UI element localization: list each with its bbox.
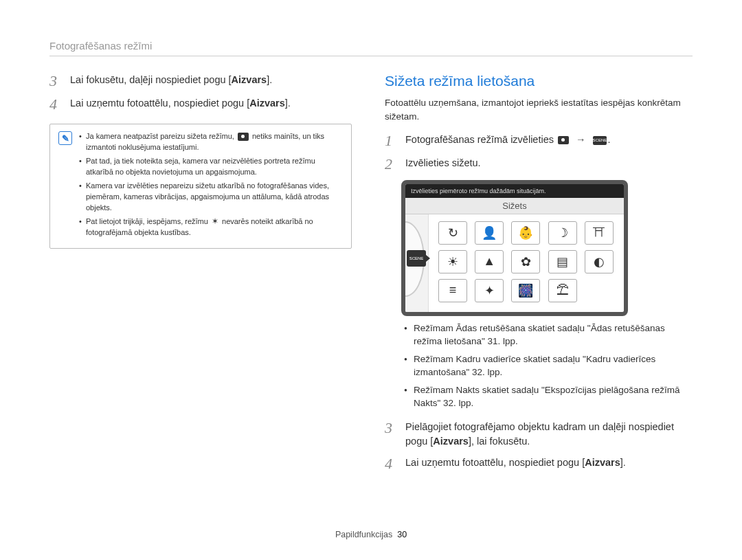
scene-option[interactable]: ◐ [585, 250, 614, 273]
scene-option[interactable]: 👶 [511, 221, 540, 245]
scene-option[interactable]: ▲ [475, 250, 504, 273]
tripod-icon [212, 217, 218, 227]
step-number: 3 [385, 420, 397, 449]
scene-option[interactable]: ☽ [548, 221, 577, 245]
bullet-item: Režīmam Ādas retušēšana skatiet sadaļu "… [404, 322, 693, 348]
note-item: Ja kamera neatpazīst pareizu sižeta režī… [79, 131, 343, 153]
page-number: 30 [397, 530, 407, 539]
scene-option[interactable]: ☀ [438, 250, 467, 273]
dial-selected-scene: SCENE [407, 250, 426, 267]
page-content: Fotografēšanas režīmi 3 Lai fokusētu, da… [0, 0, 742, 479]
scene-grid: ↻ 👤 👶 ☽ ⛩ ☀ ▲ ✿ ▤ ◐ ≡ ✦ 🎆 ⛱ [429, 214, 624, 312]
bullet-item: Režīmam Kadru vadierīce skatiet sadaļu "… [404, 352, 693, 379]
step-text: Lai fokusētu, daļēji nospiediet pogu [Ai… [70, 73, 272, 89]
step-item: 4 Lai uzņemtu fotoattēlu, nospiediet pog… [49, 96, 352, 113]
step-text: Lai uzņemtu fotoattēlu, nospiediet pogu … [405, 456, 626, 472]
scene-mode-icon: SCENE [593, 136, 607, 145]
step-item: 3 Pielāgojiet fotografējamo objektu kadr… [385, 420, 693, 449]
scene-option[interactable]: ⛩ [585, 221, 614, 245]
step-item: 4 Lai uzņemtu fotoattēlu, nospiediet pog… [385, 456, 693, 472]
scene-option[interactable]: ✦ [475, 279, 504, 302]
device-screen-illustration: Izvēlieties piemēroto režīmu dažādām sit… [401, 180, 628, 316]
step-number: 2 [385, 156, 397, 172]
scene-option[interactable]: ✿ [511, 250, 540, 273]
step-number: 4 [49, 96, 62, 113]
right-column: Sižeta režīma lietošana Fotoattēlu uzņem… [385, 73, 693, 479]
step-number: 4 [385, 456, 397, 472]
section-intro: Fotoattēlu uzņemšana, izmantojot iepriek… [385, 96, 693, 123]
step-text: Izvēlieties sižetu. [405, 156, 481, 172]
scene-option[interactable]: 👤 [475, 221, 504, 245]
section-heading: Sižeta režīma lietošana [385, 73, 693, 89]
step-text: Fotografēšanas režīmā izvēlieties → SCEN… [405, 133, 611, 149]
screen-hint-bar: Izvēlieties piemēroto režīmu dažādām sit… [405, 184, 624, 198]
mode-dial: SCENE [405, 214, 429, 312]
step-text: Pielāgojiet fotografējamo objektu kadram… [405, 420, 693, 449]
screen-body: SCENE ↻ 👤 👶 ☽ ⛩ ☀ ▲ ✿ ▤ ◐ [405, 214, 624, 312]
note-item: Pat tad, ja tiek noteikta seja, kamera v… [79, 156, 343, 178]
scene-option[interactable]: ▤ [548, 250, 577, 273]
note-box: ✎ Ja kamera neatpazīst pareizu sižeta re… [49, 124, 352, 248]
step-item: 3 Lai fokusētu, daļēji nospiediet pogu [… [49, 73, 352, 89]
scene-option[interactable]: 🎆 [511, 279, 540, 302]
note-icon: ✎ [58, 131, 72, 145]
two-column-layout: 3 Lai fokusētu, daļēji nospiediet pogu [… [49, 73, 693, 479]
camera-mode-icon [558, 136, 569, 144]
step-number: 1 [385, 133, 397, 149]
step-item: 2 Izvēlieties sižetu. [385, 156, 693, 172]
screen-title: Sižets [405, 198, 624, 214]
step-number: 3 [49, 73, 62, 89]
left-column: 3 Lai fokusētu, daļēji nospiediet pogu [… [49, 73, 352, 479]
step-item: 1 Fotografēšanas režīmā izvēlieties → SC… [385, 133, 693, 149]
arrow-icon: → [576, 134, 586, 145]
note-item: Kamera var izvēlēties nepareizu sižetu a… [79, 181, 343, 214]
step-text: Lai uzņemtu fotoattēlu, nospiediet pogu … [70, 96, 291, 113]
bullet-item: Režīmam Nakts skatiet sadaļu "Ekspozīcij… [404, 383, 693, 410]
reference-bullets: Režīmam Ādas retušēšana skatiet sadaļu "… [404, 322, 693, 410]
note-item: Pat lietojot trijkāji, iespējams, režīmu… [79, 216, 343, 238]
scene-option[interactable]: ⛱ [548, 279, 577, 302]
note-list: Ja kamera neatpazīst pareizu sižeta režī… [79, 131, 343, 240]
chevron-right-icon [426, 255, 430, 262]
page-footer: Papildfunkcijas 30 [0, 530, 742, 539]
scene-option[interactable]: ↻ [438, 221, 467, 245]
smart-auto-icon [238, 133, 249, 141]
scene-option[interactable]: ≡ [438, 279, 467, 302]
footer-label: Papildfunkcijas [335, 530, 392, 539]
breadcrumb: Fotografēšanas režīmi [49, 40, 693, 56]
